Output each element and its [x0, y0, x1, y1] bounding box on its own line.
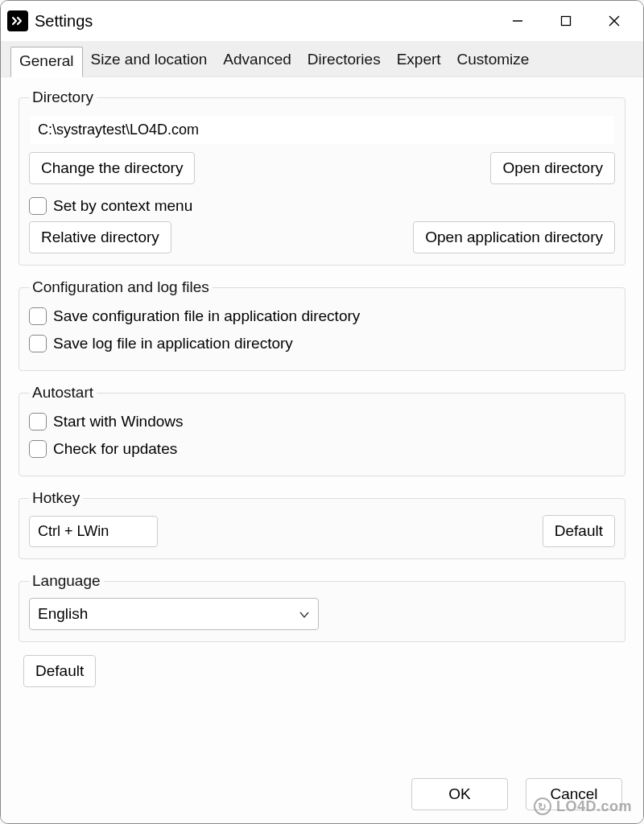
svg-rect-1 [562, 17, 571, 26]
group-directory: Directory C:\systraytest\LO4D.com Change… [19, 89, 625, 266]
app-icon [7, 10, 28, 31]
close-button[interactable] [590, 2, 638, 39]
tab-size-location[interactable]: Size and location [83, 46, 216, 76]
titlebar: Settings [1, 1, 643, 41]
cancel-button[interactable]: Cancel [526, 778, 622, 810]
start-with-windows-input[interactable] [29, 413, 47, 431]
group-hotkey: Hotkey Default [19, 489, 625, 559]
group-hotkey-legend: Hotkey [29, 489, 83, 507]
save-config-input[interactable] [29, 307, 47, 325]
hotkey-input[interactable] [29, 516, 158, 547]
save-log-input[interactable] [29, 335, 47, 352]
open-app-directory-button[interactable]: Open application directory [413, 221, 615, 253]
maximize-button[interactable] [542, 2, 590, 39]
save-log-label: Save log file in application directory [53, 335, 293, 352]
ok-button[interactable]: OK [411, 778, 508, 810]
group-config-legend: Configuration and log files [29, 278, 213, 296]
language-select[interactable]: English [29, 598, 319, 630]
tab-customize[interactable]: Customize [449, 46, 538, 76]
check-updates-label: Check for updates [53, 440, 177, 458]
minimize-button[interactable] [493, 2, 542, 39]
set-by-context-menu-label: Set by context menu [53, 197, 192, 215]
content-area: Directory C:\systraytest\LO4D.com Change… [1, 77, 643, 770]
window-title: Settings [35, 12, 93, 31]
check-updates-input[interactable] [29, 440, 47, 458]
tab-advanced[interactable]: Advanced [215, 46, 299, 76]
dialog-footer: OK Cancel [1, 770, 643, 823]
tabbar: General Size and location Advanced Direc… [1, 41, 643, 77]
default-all-button[interactable]: Default [23, 655, 96, 687]
save-config-checkbox[interactable]: Save configuration file in application d… [29, 304, 615, 328]
group-autostart: Autostart Start with Windows Check for u… [19, 384, 625, 476]
start-with-windows-checkbox[interactable]: Start with Windows [29, 410, 615, 434]
start-with-windows-label: Start with Windows [53, 413, 184, 431]
change-directory-button[interactable]: Change the directory [29, 152, 195, 184]
group-language: Language English [19, 572, 625, 642]
group-config: Configuration and log files Save configu… [19, 278, 625, 371]
language-value: English [38, 605, 88, 622]
hotkey-default-button[interactable]: Default [543, 515, 615, 547]
group-directory-legend: Directory [29, 89, 97, 106]
tab-expert[interactable]: Expert [389, 46, 449, 76]
group-language-legend: Language [29, 572, 104, 590]
relative-directory-button[interactable]: Relative directory [29, 221, 171, 253]
group-autostart-legend: Autostart [29, 384, 97, 402]
set-by-context-menu-checkbox[interactable]: Set by context menu [29, 194, 615, 218]
check-updates-checkbox[interactable]: Check for updates [29, 437, 615, 461]
tab-general[interactable]: General [10, 47, 83, 77]
open-directory-button[interactable]: Open directory [490, 152, 615, 184]
directory-path-input[interactable]: C:\systraytest\LO4D.com [31, 116, 613, 144]
set-by-context-menu-input[interactable] [29, 197, 47, 215]
save-config-label: Save configuration file in application d… [53, 307, 360, 325]
save-log-checkbox[interactable]: Save log file in application directory [29, 332, 615, 356]
tab-directories[interactable]: Directories [299, 46, 389, 76]
chevron-down-icon [299, 605, 310, 623]
